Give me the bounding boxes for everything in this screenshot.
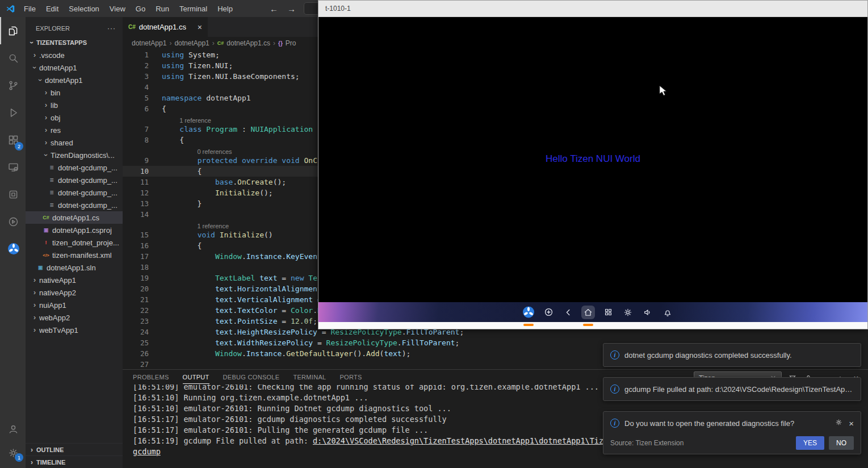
panel-tab-terminal[interactable]: TERMINAL [293,370,326,384]
tree-item-tizen-manifest-xml[interactable]: </>tizen-manifest.xml [26,249,123,261]
manage-icon[interactable]: 1 [0,441,26,465]
close-tab-icon[interactable]: × [198,23,202,32]
settings-icon[interactable] [621,306,635,319]
tree-item-res[interactable]: ›res [26,124,123,136]
line-number: 9 [123,156,149,165]
breadcrumb-item[interactable]: Pro [286,39,296,47]
code-text: Window.Instance.GetDefaultLayer().Add(te… [149,349,410,358]
tree-item-dotnet-gcdump[interactable]: ≡dotnet-gcdump_... [26,161,123,174]
explorer-icon[interactable] [0,17,26,44]
tree-item-nativeapp1[interactable]: ›nativeApp1 [26,274,123,286]
menu-terminal[interactable]: Terminal [174,0,212,17]
tree-item-tizendiagnostics[interactable]: ›TizenDiagnostics\... [26,149,123,161]
log-link[interactable]: d:\2024\VSCode\Redesign\TizenTestApps\do… [313,436,631,445]
extensions-icon[interactable]: 2 [0,126,26,153]
search-icon[interactable] [0,44,26,72]
tree-item-dotnet-gcdump[interactable]: ≡dotnet-gcdump_... [26,186,123,199]
panel-tab-debug-console[interactable]: DEBUG CONSOLE [223,370,280,384]
back-arrow-icon[interactable]: ← [270,4,278,14]
tree-item-obj[interactable]: ›obj [26,111,123,124]
tree-item-label: dotnet-gcdump_... [58,189,118,197]
run-and-debug-icon[interactable] [0,99,26,126]
line-number: 2 [123,61,149,70]
tree-item-dotnet-gcdump[interactable]: ≡dotnet-gcdump_... [26,174,123,186]
panel-tab-ports[interactable]: PORTS [339,370,362,384]
vscode-logo-icon [6,4,15,14]
tree-item-label: dotnetApp1 [45,76,83,85]
log-text: [16:51:17] emulator-26101: Pulling the g… [133,425,428,434]
tree-item-nuiapp1[interactable]: ›nuiApp1 [26,299,123,311]
menu-file[interactable]: File [19,0,41,17]
tree-item-bin[interactable]: ›bin [26,86,123,99]
tree-item-dotnetapp1[interactable]: ›dotnetApp1 [26,61,123,74]
breadcrumb-separator: › [212,39,215,47]
menu-run[interactable]: Run [150,0,174,17]
breadcrumb-item[interactable]: dotnetApp1.cs [227,39,270,47]
chevron-icon: › [41,89,51,97]
emulator-title-bar[interactable]: t-1010-1 [318,1,867,17]
notification-text: Do you want to open the generated diagno… [624,419,794,428]
notification-settings-gear-icon[interactable] [835,418,843,428]
tree-item-label: obj [51,114,60,122]
tizen-emulator-manager-icon[interactable] [0,208,26,235]
panel-tab-problems[interactable]: PROBLEMS [133,370,169,384]
tizen-device-manager-icon[interactable] [0,181,26,208]
tree-item-dotnet-gcdump[interactable]: ≡dotnet-gcdump_... [26,199,123,211]
log-text: [16:51:10] Running org.tizen.example.dot… [133,393,368,402]
emulator-title: t-1010-1 [325,5,351,12]
menu-go[interactable]: Go [131,0,150,17]
tree-item-dotnetapp1-csproj[interactable]: ▣dotnetApp1.csproj [26,224,123,236]
tree-item-tizen-dotnet-proje[interactable]: !tizen_dotnet_proje... [26,236,123,249]
tab-dotnetapp1-cs[interactable]: C# dotnetApp1.cs × [123,17,208,37]
back-icon[interactable] [561,306,575,319]
log-link[interactable]: gcdump [133,447,161,456]
tizen-extension-icon[interactable] [0,235,26,262]
notifications-icon[interactable] [661,306,674,319]
tree-item-vscode[interactable]: ›.vscode [26,49,123,61]
tree-item-dotnetapp1-sln[interactable]: ▣dotnetApp1.sln [26,261,123,274]
forward-arrow-icon[interactable]: → [287,4,296,14]
line-number: 6 [123,105,149,113]
notification-source: Source: Tizen Extension [610,439,684,447]
close-notification-icon[interactable]: × [849,419,854,428]
apps-grid-icon[interactable] [601,306,615,319]
code-text: Initialize(); [149,189,273,197]
accounts-icon[interactable] [0,417,26,441]
menu-help[interactable]: Help [212,0,238,17]
tizen-logo-icon[interactable] [522,306,535,319]
file-file-icon: ≡ [47,164,56,172]
tree-item-webapp2[interactable]: ›webApp2 [26,311,123,324]
volume-icon[interactable] [641,306,655,319]
zoom-icon[interactable] [542,306,555,319]
no-button[interactable]: NO [829,436,854,450]
chevron-icon: › [30,289,39,296]
tree-item-label: dotnetApp1 [39,64,77,72]
tree-item-webtvapp1[interactable]: ›webTvApp1 [26,324,123,336]
home-icon[interactable] [581,306,595,319]
menu-selection[interactable]: Selection [64,0,104,17]
yes-button[interactable]: YES [796,436,824,450]
breadcrumb-item[interactable]: dotnetApp1 [174,39,209,47]
emulator-screen[interactable]: Hello Tizen NUI World [318,17,867,302]
section-header-timeline[interactable]: › TIMELINE [26,456,123,468]
line-number: 19 [123,274,149,282]
breadcrumb-item[interactable]: dotnetApp1 [132,39,166,47]
code-text: using Tizen.NUI; [149,61,233,70]
menu-view[interactable]: View [104,0,131,17]
code-text: { [149,105,166,113]
tree-item-nativeapp2[interactable]: ›nativeApp2 [26,286,123,299]
tree-item-label: nativeApp2 [39,289,76,297]
source-control-icon[interactable] [0,72,26,99]
panel-tab-output[interactable]: OUTPUT [183,370,209,384]
remote-explorer-icon[interactable] [0,153,26,181]
tree-item-label: tizen-manifest.xml [52,251,112,260]
more-actions-icon[interactable]: ··· [107,24,116,32]
tree-item-dotnetapp1[interactable]: ›dotnetApp1 [26,74,123,86]
section-header-outline[interactable]: › OUTLINE [26,443,123,456]
tree-item-lib[interactable]: ›lib [26,99,123,111]
line-number: 23 [123,317,149,325]
section-header-tizentestapps[interactable]: › TIZENTESTAPPS [26,36,123,49]
tree-item-dotnetapp1-cs[interactable]: C#dotnetApp1.cs [26,211,123,224]
tree-item-shared[interactable]: ›shared [26,136,123,149]
menu-edit[interactable]: Edit [41,0,64,17]
